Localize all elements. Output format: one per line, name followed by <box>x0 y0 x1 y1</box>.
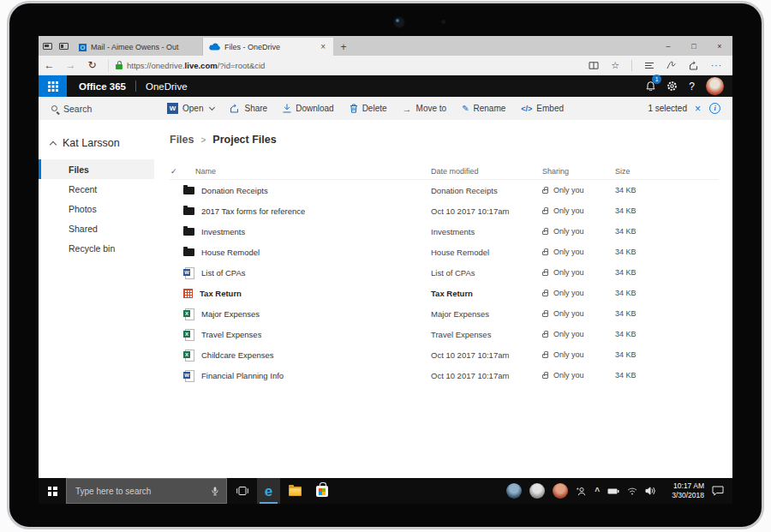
task-view-button[interactable] <box>230 478 254 504</box>
embed-button[interactable]: </> Embed <box>513 104 571 113</box>
lock-icon <box>542 333 548 338</box>
tab-preview-icon[interactable] <box>59 43 69 50</box>
people-avatar-3[interactable] <box>553 483 568 499</box>
maximize-button[interactable]: □ <box>681 36 707 56</box>
column-sharing[interactable]: Sharing <box>542 167 615 176</box>
select-all-check-icon[interactable]: ✓ <box>170 167 183 176</box>
people-avatar-2[interactable] <box>529 483 545 499</box>
action-center-icon[interactable] <box>712 486 724 496</box>
back-button[interactable]: ← <box>39 59 60 71</box>
tab-close-icon[interactable]: × <box>319 42 327 51</box>
tab-label: Mail - Aimee Owens - Out <box>91 43 196 51</box>
wifi-icon[interactable] <box>627 487 637 495</box>
header-divider <box>135 81 136 92</box>
rename-button[interactable]: ✎ Rename <box>454 104 513 113</box>
file-name[interactable]: 2017 Tax forms for reference <box>201 206 305 216</box>
sidebar-item-recycle-bin[interactable]: Recycle bin <box>39 238 154 258</box>
delete-button[interactable]: Delete <box>342 104 395 113</box>
file-name[interactable]: Financial Planning Info <box>201 371 284 380</box>
lock-icon <box>542 189 548 194</box>
more-options-icon[interactable]: ··· <box>711 61 722 70</box>
table-row[interactable]: List of CPAsList of CPAsOnly you34 KB <box>170 262 719 283</box>
column-date-modified[interactable]: Date modified <box>431 167 542 176</box>
new-tab-button[interactable]: + <box>333 39 354 56</box>
start-button[interactable] <box>39 478 66 504</box>
breadcrumb-root[interactable]: Files <box>170 134 194 146</box>
app-name[interactable]: OneDrive <box>146 81 188 92</box>
chevron-down-icon <box>209 105 215 111</box>
column-name[interactable]: Name <box>183 167 431 176</box>
lock-icon <box>542 251 548 255</box>
sidebar-item-files[interactable]: Files <box>39 159 154 179</box>
command-bar: W Open Share Download Delete → <box>154 97 732 120</box>
table-row[interactable]: 2017 Tax forms for referenceOct 10 2017 … <box>170 200 719 221</box>
taskbar-clock[interactable]: 10:17 AM 3/30/2018 <box>672 481 704 499</box>
table-row[interactable]: Donation ReceiptsDonation ReceiptsOnly y… <box>170 180 719 200</box>
table-row[interactable]: Childcare ExpensesOct 10 2017 10:17amOnl… <box>170 344 719 365</box>
move-to-button[interactable]: → Move to <box>395 104 455 114</box>
file-name[interactable]: Tax Return <box>200 289 242 298</box>
search-box[interactable]: Search <box>39 97 154 120</box>
table-row[interactable]: InvestmentsInvestmentsOnly you34 KB <box>170 221 719 242</box>
table-row[interactable]: Major ExpensesMajor ExpensesOnly you34 K… <box>170 303 719 324</box>
hub-icon[interactable] <box>644 62 654 69</box>
sidebar-account[interactable]: Kat Larsson <box>51 137 154 149</box>
taskbar-search[interactable] <box>66 478 227 504</box>
microphone-icon[interactable] <box>204 487 226 496</box>
office-brand[interactable]: Office 365 <box>79 81 126 92</box>
reading-view-icon[interactable] <box>589 62 599 69</box>
volume-icon[interactable] <box>645 487 656 495</box>
table-row[interactable]: Travel ExpensesTravel ExpensesOnly you34… <box>170 324 719 344</box>
clear-selection-icon[interactable]: × <box>695 103 701 115</box>
file-size: 34 KB <box>615 371 719 380</box>
url-field[interactable]: https://onedrive.live.com/?id=root&cid <box>108 59 272 72</box>
table-row[interactable]: Tax ReturnTax ReturnOnly you34 KB <box>170 283 719 303</box>
my-people-icon[interactable] <box>576 487 587 496</box>
file-name[interactable]: Major Expenses <box>201 309 260 319</box>
file-name[interactable]: Investments <box>201 227 245 236</box>
taskbar-store-button[interactable] <box>310 478 333 504</box>
table-row[interactable]: House RemodelHouse RemodelOnly you34 KB <box>170 242 719 262</box>
word-file-icon <box>183 267 194 278</box>
share-icon[interactable] <box>689 61 699 70</box>
taskbar-search-input[interactable] <box>67 487 204 496</box>
share-button[interactable]: Share <box>222 104 275 113</box>
favorites-star-icon[interactable]: ☆ <box>611 60 619 71</box>
chevron-up-icon <box>50 140 57 147</box>
taskbar-edge-button[interactable]: e <box>257 478 280 504</box>
command-label: Embed <box>536 104 564 113</box>
open-button[interactable]: W Open <box>159 103 222 114</box>
details-info-icon[interactable]: i <box>709 103 720 114</box>
help-button[interactable]: ? <box>689 81 695 93</box>
file-size: 34 KB <box>615 248 719 256</box>
table-row[interactable]: Financial Planning InfoOct 10 2017 10:17… <box>170 365 719 386</box>
minimize-button[interactable]: – <box>655 36 681 56</box>
column-size[interactable]: Size <box>615 167 719 176</box>
hidden-icons-chevron[interactable]: ^ <box>595 487 600 496</box>
file-name[interactable]: Donation Receipts <box>201 186 268 195</box>
file-name[interactable]: List of CPAs <box>201 268 246 278</box>
refresh-button[interactable]: ↻ <box>81 59 103 71</box>
download-button[interactable]: Download <box>275 104 341 113</box>
sharing-status: Only you <box>553 268 584 277</box>
sidebar-item-recent[interactable]: Recent <box>39 179 154 199</box>
taskbar-explorer-button[interactable] <box>284 478 307 504</box>
notifications-button[interactable]: 1 <box>646 79 655 94</box>
onedrive-cloud-icon <box>209 43 220 51</box>
sidebar-item-shared[interactable]: Shared <box>39 218 154 238</box>
battery-icon[interactable] <box>607 488 619 494</box>
file-name[interactable]: Travel Expenses <box>201 330 261 339</box>
tab-onedrive[interactable]: Files - OneDrive × <box>203 38 333 56</box>
ink-pen-icon[interactable] <box>666 61 677 69</box>
settings-gear-icon[interactable] <box>666 81 678 92</box>
account-avatar[interactable] <box>706 77 724 95</box>
app-launcher-button[interactable] <box>39 75 67 97</box>
tabs-aside-icon[interactable] <box>43 43 52 50</box>
close-button[interactable]: × <box>707 36 732 56</box>
tab-mail[interactable]: O Mail - Aimee Owens - Out <box>73 39 203 56</box>
people-avatar-1[interactable] <box>506 483 522 499</box>
file-name[interactable]: Childcare Expenses <box>201 350 274 360</box>
sidebar-item-photos[interactable]: Photos <box>39 199 154 218</box>
file-name[interactable]: House Remodel <box>201 248 260 257</box>
forward-button[interactable]: → <box>60 59 81 71</box>
